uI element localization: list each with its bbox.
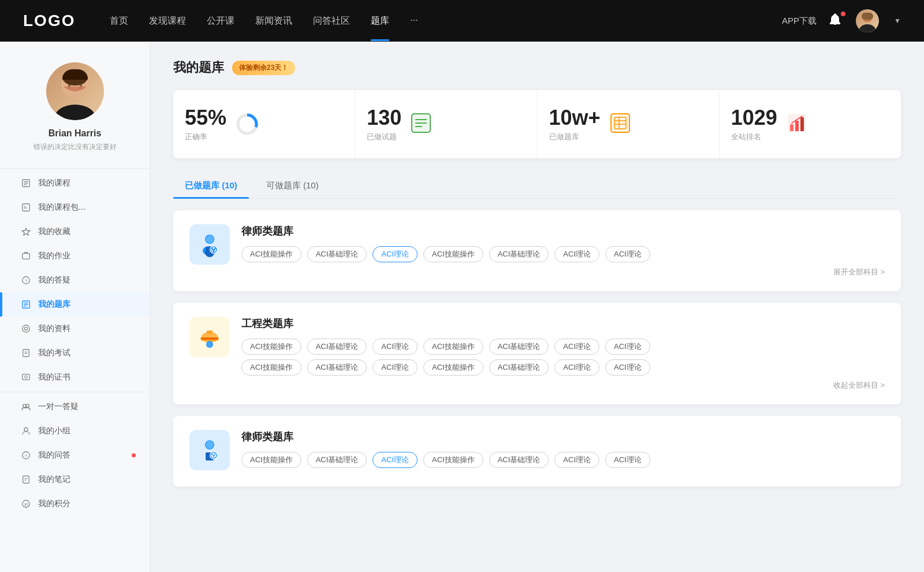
logo: LOGO [23, 12, 75, 30]
sidebar-item-my-note[interactable]: 我的笔记 [0, 467, 150, 492]
tag-e1-r1-2[interactable]: ACI理论 [372, 339, 418, 355]
tag-l1-0[interactable]: ACI技能操作 [241, 246, 301, 262]
ranking-icon [785, 112, 811, 137]
tab-available-banks[interactable]: 可做题库 (10) [255, 174, 330, 198]
profile-section: Brian Harris 错误的决定比没有决定要好 [0, 42, 150, 166]
svg-point-31 [23, 404, 26, 407]
user-dropdown-caret[interactable]: ▼ [894, 17, 901, 25]
tag-l2-2[interactable]: ACI理论 [372, 452, 418, 468]
tag-e1-r2-6[interactable]: ACI理论 [605, 359, 650, 376]
tag-e1-r2-4[interactable]: ACI基础理论 [489, 359, 549, 376]
tag-l1-4[interactable]: ACI基础理论 [489, 246, 549, 262]
bank-content-lawyer1: 律师类题库 ACI技能操作 ACI基础理论 ACI理论 ACI技能操作 ACI基… [241, 224, 885, 277]
app-download-link[interactable]: APP下载 [782, 16, 817, 27]
sidebar-item-my-work[interactable]: 我的作业 [0, 244, 150, 268]
tag-e1-r2-0[interactable]: ACI技能操作 [241, 359, 301, 376]
bank-name-lawyer1: 律师类题库 [241, 224, 885, 238]
svg-point-5 [55, 105, 95, 120]
sidebar-label-my-data: 我的资料 [38, 324, 70, 334]
tag-l1-2[interactable]: ACI理论 [372, 246, 418, 262]
sidebar-item-my-data[interactable]: 我的资料 [0, 317, 150, 341]
sidebar-item-my-answer[interactable]: ? 我的问答 [0, 443, 150, 467]
profile-avatar[interactable] [46, 62, 104, 120]
main-content: 我的题库 体验剩余23天！ 55% 正确率 [150, 42, 924, 572]
tag-e1-r1-6[interactable]: ACI理论 [605, 339, 650, 355]
nav-open[interactable]: 公开课 [207, 15, 234, 27]
tag-l1-3[interactable]: ACI技能操作 [423, 246, 483, 262]
nav-qa[interactable]: 问答社区 [313, 15, 350, 27]
tags-row-lawyer1: ACI技能操作 ACI基础理论 ACI理论 ACI技能操作 ACI基础理论 AC… [241, 246, 885, 262]
nav-bank[interactable]: 题库 [371, 15, 389, 27]
page-title: 我的题库 [173, 59, 224, 76]
tag-e1-r2-1[interactable]: ACI基础理论 [307, 359, 367, 376]
sidebar-item-my-bank[interactable]: 我的题库 [0, 292, 150, 317]
nav-home[interactable]: 首页 [110, 15, 128, 27]
svg-rect-49 [611, 114, 629, 132]
sidebar-item-my-collect[interactable]: 我的收藏 [0, 220, 150, 244]
bank-content-engineer1: 工程类题库 ACI技能操作 ACI基础理论 ACI理论 ACI技能操作 ACI基… [241, 317, 885, 391]
notification-bell[interactable] [828, 13, 844, 29]
tag-e1-r2-2[interactable]: ACI理论 [372, 359, 418, 376]
tag-l2-5[interactable]: ACI理论 [554, 452, 599, 468]
answer-icon: ? [21, 450, 31, 460]
tag-e1-r2-5[interactable]: ACI理论 [554, 359, 599, 376]
star-icon [21, 226, 31, 237]
sidebar-item-my-course[interactable]: 我的课程 [0, 171, 150, 195]
svg-rect-57 [795, 121, 799, 131]
profile-motto: 错误的决定比没有决定要好 [33, 142, 117, 152]
sidebar-item-my-exam[interactable]: 我的考试 [0, 341, 150, 365]
svg-point-25 [24, 327, 27, 330]
svg-point-1 [859, 24, 875, 32]
sidebar-label-my-point: 我的积分 [38, 499, 70, 509]
tag-l2-6[interactable]: ACI理论 [605, 452, 650, 468]
stat-accuracy: 55% 正确率 [173, 90, 355, 158]
sidebar-item-my-package[interactable]: 我的课程包... [0, 195, 150, 220]
user-avatar[interactable] [856, 9, 879, 32]
sidebar: Brian Harris 错误的决定比没有决定要好 我的课程 我的课程包... [0, 42, 150, 572]
sidebar-item-my-cert[interactable]: 我的证书 [0, 365, 150, 389]
tag-e1-r1-4[interactable]: ACI基础理论 [489, 339, 549, 355]
tag-l1-6[interactable]: ACI理论 [605, 246, 650, 262]
page-header: 我的题库 体验剩余23天！ [173, 59, 901, 76]
tag-e1-r1-1[interactable]: ACI基础理论 [307, 339, 367, 355]
tag-e1-r1-5[interactable]: ACI理论 [554, 339, 599, 355]
svg-rect-29 [23, 374, 29, 380]
sidebar-label-my-group: 我的小组 [38, 426, 70, 436]
stats-row: 55% 正确率 130 已做试题 [173, 90, 901, 158]
svg-marker-16 [22, 228, 30, 235]
note-icon [21, 474, 31, 485]
sidebar-label-my-work: 我的作业 [38, 251, 70, 261]
banks-icon [609, 112, 634, 137]
navbar-right: APP下载 ▼ [782, 9, 901, 32]
tags-row-engineer1-r1: ACI技能操作 ACI基础理论 ACI理论 ACI技能操作 ACI基础理论 AC… [241, 339, 885, 355]
tag-l2-0[interactable]: ACI技能操作 [241, 452, 301, 468]
sidebar-label-my-cert: 我的证书 [38, 372, 70, 382]
sidebar-item-one-on-one[interactable]: 一对一答疑 [0, 395, 150, 419]
expand-link-lawyer1[interactable]: 展开全部科目 > [241, 267, 885, 277]
nav-more[interactable]: ··· [410, 15, 418, 27]
data-icon [21, 324, 31, 334]
tag-l2-4[interactable]: ACI基础理论 [489, 452, 549, 468]
sidebar-label-my-collect: 我的收藏 [38, 226, 70, 237]
exam-icon [21, 348, 31, 358]
stat-done-value: 130 [367, 106, 401, 129]
sidebar-item-my-question[interactable]: ? 我的答疑 [0, 268, 150, 292]
tag-e1-r1-3[interactable]: ACI技能操作 [423, 339, 483, 355]
lawyer-icon-1 [189, 224, 230, 265]
tag-e1-r1-0[interactable]: ACI技能操作 [241, 339, 301, 355]
sidebar-item-my-group[interactable]: 我的小组 [0, 419, 150, 443]
nav-news[interactable]: 新闻资讯 [255, 15, 292, 27]
collapse-link-engineer1[interactable]: 收起全部科目 > [241, 380, 885, 391]
svg-rect-36 [23, 476, 29, 483]
tag-l2-1[interactable]: ACI基础理论 [307, 452, 367, 468]
sidebar-item-my-point[interactable]: 积 我的积分 [0, 492, 150, 516]
tag-l1-5[interactable]: ACI理论 [554, 246, 599, 262]
nav-discover[interactable]: 发现课程 [149, 15, 186, 27]
sidebar-label-my-note: 我的笔记 [38, 474, 70, 485]
bank-name-lawyer2: 律师类题库 [241, 430, 885, 444]
tag-e1-r2-3[interactable]: ACI技能操作 [423, 359, 483, 376]
tag-l1-1[interactable]: ACI基础理论 [307, 246, 367, 262]
work-icon [21, 251, 31, 261]
tag-l2-3[interactable]: ACI技能操作 [423, 452, 483, 468]
tab-done-banks[interactable]: 已做题库 (10) [173, 174, 249, 198]
